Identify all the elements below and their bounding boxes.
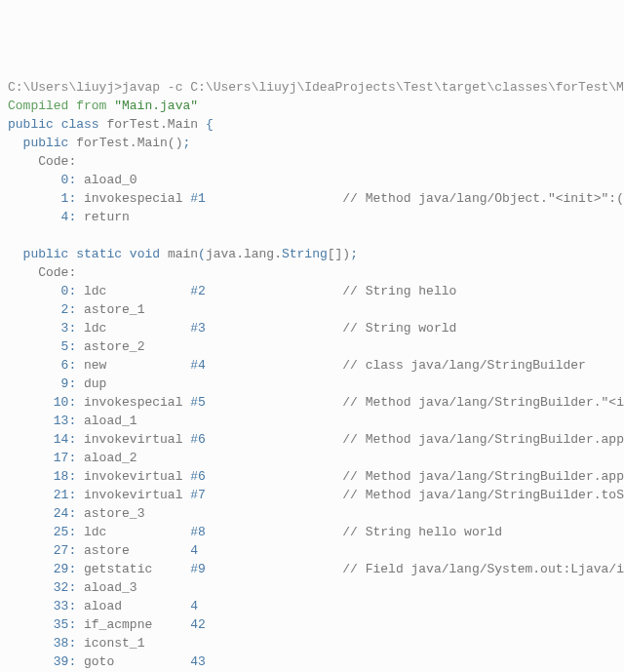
main-line: 39: goto 43 — [8, 652, 624, 671]
terminal-output: C:\Users\liuyj>javap -c C:\Users\liuyj\I… — [8, 78, 624, 672]
main-instr: invokevirtual — [76, 469, 190, 484]
comment-marker: // — [206, 358, 366, 373]
main-offset: 13: — [8, 414, 76, 428]
main-instr: invokevirtual — [76, 432, 190, 447]
main-offset: 5: — [8, 339, 76, 354]
main-line: 29: getstatic #9 // Field java/lang/Syst… — [8, 560, 624, 578]
main-offset: 14: — [8, 432, 76, 447]
comment-marker: // — [206, 395, 366, 410]
main-instr: goto — [76, 654, 190, 669]
main-offset: 6: — [8, 358, 76, 373]
ctor-instr: aload_0 — [76, 173, 136, 187]
main-instr: aload_2 — [76, 451, 136, 465]
main-offset: 18: — [8, 469, 76, 484]
main-offset: 29: — [8, 562, 76, 576]
comment: class java/lang/StringBuilder — [366, 358, 586, 373]
ctor-line: 0: aload_0 — [8, 171, 624, 189]
main-ref: #6 — [190, 432, 206, 447]
main-instr: astore_1 — [76, 302, 144, 317]
main-line: 3: ldc #3 // String world — [8, 319, 624, 337]
comment: String hello — [366, 284, 457, 298]
main-decl: public static void main(java.lang.String… — [8, 245, 624, 263]
comment: Method java/lang/StringBuilder."<init>": — [366, 395, 624, 410]
main-line: 18: invokevirtual #6 // Method java/lang… — [8, 467, 624, 486]
comment-marker: // — [206, 488, 366, 502]
ctor-decl: public forTest.Main(); — [8, 134, 624, 152]
comment: Method java/lang/StringBuilder.toString: — [366, 488, 624, 502]
main-offset: 2: — [8, 302, 76, 317]
ctor-instr: invokespecial — [76, 191, 190, 206]
ctor-ref: #1 — [190, 191, 206, 206]
main-offset: 35: — [8, 617, 76, 632]
main-ref: #5 — [190, 395, 206, 410]
main-line: 14: invokevirtual #6 // Method java/lang… — [8, 430, 624, 449]
main-instr: aload_3 — [76, 580, 136, 595]
main-instr: aload — [76, 599, 190, 613]
main-instr: aload_1 — [76, 414, 136, 428]
main-offset: 10: — [8, 395, 76, 410]
main-instr: astore_2 — [76, 339, 144, 354]
main-ref: 4 — [190, 543, 198, 558]
main-offset: 25: — [8, 525, 76, 539]
main-instr: getstatic — [76, 562, 190, 576]
ctor-instr: return — [76, 210, 130, 224]
main-ref: #8 — [190, 525, 206, 539]
comment-marker: // — [206, 469, 366, 484]
compiled-from: Compiled from "Main.java" — [8, 97, 624, 115]
ctor-offset: 1: — [8, 191, 76, 206]
comment: Field java/lang/System.out:Ljava/io/Pri — [366, 562, 624, 576]
ctor-line: 4: return — [8, 208, 624, 226]
comment: Method java/lang/Object."<init>":()V — [366, 191, 624, 206]
comment-marker: // — [206, 432, 366, 447]
main-instr: ldc — [76, 284, 190, 298]
command: javap -c C:\Users\liuyj\IdeaProjects\Tes… — [122, 80, 624, 95]
comment: Method java/lang/StringBuilder.append:(L — [366, 432, 624, 447]
main-instr: new — [76, 358, 190, 373]
main-instr: astore_3 — [76, 506, 144, 521]
main-line: 10: invokespecial #5 // Method java/lang… — [8, 393, 624, 412]
main-line: 5: astore_2 — [8, 337, 624, 356]
blank — [8, 226, 624, 245]
ctor-offset: 4: — [8, 210, 76, 224]
main-ref: 42 — [190, 617, 206, 632]
main-line: 0: ldc #2 // String hello — [8, 282, 624, 300]
main-offset: 27: — [8, 543, 76, 558]
main-ref: #6 — [190, 469, 206, 484]
main-offset: 3: — [8, 321, 76, 336]
main-line: 9: dup — [8, 375, 624, 393]
main-instr: if_acmpne — [76, 617, 190, 632]
main-offset: 38: — [8, 636, 76, 651]
main-line: 38: iconst_1 — [8, 634, 624, 652]
code-label-main: Code: — [8, 263, 624, 282]
comment-marker: // — [206, 562, 366, 576]
main-line: 17: aload_2 — [8, 449, 624, 467]
main-offset: 0: — [8, 284, 76, 298]
main-offset: 39: — [8, 654, 76, 669]
main-line: 32: aload_3 — [8, 578, 624, 597]
comment-marker: // — [206, 284, 366, 298]
main-line: 27: astore 4 — [8, 541, 624, 560]
class-decl: public class forTest.Main { — [8, 115, 624, 134]
command-line: C:\Users\liuyj>javap -c C:\Users\liuyj\I… — [8, 78, 624, 97]
main-offset: 24: — [8, 506, 76, 521]
comment: String world — [366, 321, 457, 336]
comment: Method java/lang/StringBuilder.append:(L — [366, 469, 624, 484]
main-line: 2: astore_1 — [8, 300, 624, 319]
main-instr: ldc — [76, 321, 190, 336]
comment-marker: // — [206, 191, 366, 206]
main-instr: dup — [76, 376, 106, 391]
main-instr: invokespecial — [76, 395, 190, 410]
main-offset: 32: — [8, 580, 76, 595]
comment-marker: // — [206, 321, 366, 336]
main-ref: 4 — [190, 599, 198, 613]
main-line: 25: ldc #8 // String hello world — [8, 523, 624, 541]
main-line: 21: invokevirtual #7 // Method java/lang… — [8, 486, 624, 504]
main-ref: #4 — [190, 358, 206, 373]
comment: String hello world — [366, 525, 502, 539]
main-ref: #3 — [190, 321, 206, 336]
main-offset: 33: — [8, 599, 76, 613]
main-offset: 21: — [8, 488, 76, 502]
main-ref: #9 — [190, 562, 206, 576]
main-instr: iconst_1 — [76, 636, 144, 651]
main-line: 35: if_acmpne 42 — [8, 615, 624, 634]
